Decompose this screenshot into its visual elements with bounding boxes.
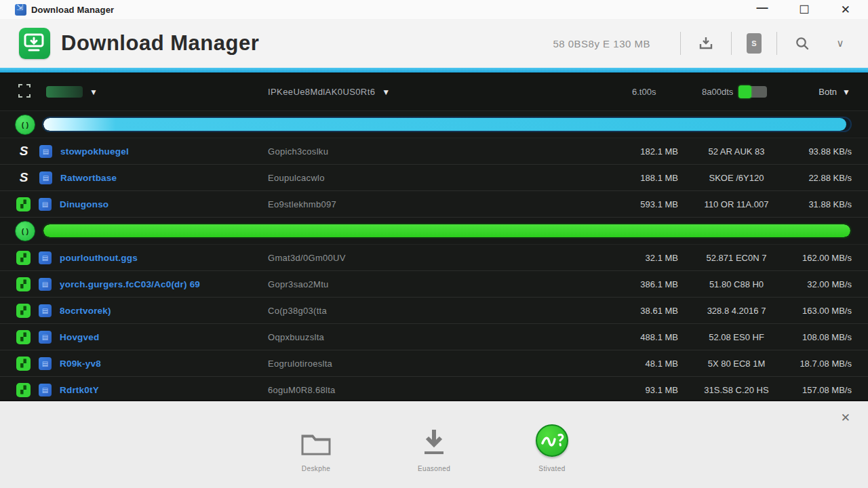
- folder-icon: [300, 419, 332, 457]
- filter-bar: ▼ IPKeeUe8MdlAK0US0Rt6 ▼ 6.t00s 8a00dts …: [0, 73, 868, 111]
- download-row[interactable]: ▞ ▤ yorch.gurgers.fcC03/Ac0(dr) 69 Gopr3…: [0, 271, 868, 298]
- sites-label: 6.t00s: [632, 87, 656, 97]
- select-all-icon[interactable]: [18, 83, 31, 101]
- download-tray-icon[interactable]: [696, 33, 716, 54]
- order-dropdown[interactable]: Botn ▼: [818, 87, 850, 97]
- filetype-icon: S: [16, 144, 31, 159]
- footer-item-folder[interactable]: Deskphe: [282, 419, 350, 472]
- order-label: Botn: [818, 87, 837, 97]
- file-size: 48.1 MB: [590, 359, 678, 369]
- chevron-down-icon[interactable]: ∨: [830, 33, 850, 54]
- file-status: Co(p38g03(tta: [268, 306, 327, 316]
- progress-bar-blue: [42, 117, 852, 132]
- download-row[interactable]: ▞ ▤ R09k-yv8 Eogrulotiroeslta 48.1 MB 5X…: [0, 350, 868, 377]
- footer-tray: ✕ Deskphe Euasoned: [0, 400, 868, 488]
- download-list-bottom: ▞ ▤ pourlouthout.ggs Gmat3d/0Gm00UV 32.1…: [0, 245, 868, 403]
- file-name-link[interactable]: Dinugonso: [60, 199, 108, 209]
- file-status: Gmat3d/0Gm00UV: [268, 253, 346, 263]
- download-row[interactable]: ▞ ▤ Hovgved Oqpxbuuzslta 488.1 MB 52.08 …: [0, 324, 868, 350]
- header-stats: 58 0BS8y E 130 MB: [553, 38, 650, 49]
- file-name-link[interactable]: Rdrtk0tY: [60, 385, 99, 395]
- filetype-icon: S: [16, 170, 31, 185]
- progress-fill: [43, 118, 846, 131]
- file-size: 188.1 MB: [590, 173, 678, 183]
- download-row[interactable]: ▞ ▤ 8ocrtvorek) Co(p38g03(tta 38.61 MB 3…: [0, 298, 868, 324]
- footer-item-label: Deskphe: [302, 465, 330, 472]
- progress-row-blue: ( ): [0, 111, 868, 138]
- file-status: Oqpxbuuzslta: [268, 332, 324, 342]
- file-speed: 163.00 MB/s: [770, 306, 852, 316]
- file-size: 38.61 MB: [590, 306, 678, 316]
- download-list-top: S ▤ stowpokhuegel Gopich3coslku 182.1 MB…: [0, 138, 868, 218]
- file-icon: ▤: [39, 145, 52, 158]
- progress-status-icon[interactable]: ( ): [15, 115, 35, 135]
- download-manager-window: Download Manager — ☐ ✕ Download Manager …: [0, 0, 868, 488]
- filetype-icon: ▞: [16, 304, 31, 318]
- file-icon: ▤: [39, 384, 52, 396]
- progress-status-icon[interactable]: ( ): [15, 221, 35, 241]
- sort-mode-label: IPKeeUe8MdlAK0US0Rt6: [268, 87, 375, 97]
- title-bar: Download Manager — ☐ ✕: [0, 0, 868, 19]
- downloads-panel: ▼ IPKeeUe8MdlAK0US0Rt6 ▼ 6.t00s 8a00dts …: [0, 73, 868, 400]
- footer-item-badge[interactable]: Stivated: [518, 419, 586, 472]
- chevron-down-icon[interactable]: ▼: [90, 87, 98, 97]
- filetype-icon: ▞: [16, 330, 31, 344]
- download-row[interactable]: S ▤ stowpokhuegel Gopich3coslku 182.1 MB…: [0, 138, 868, 165]
- file-size: 386.1 MB: [590, 279, 678, 289]
- category-filter-pill[interactable]: [46, 86, 83, 98]
- file-status: 6oguM0R8.68lta: [268, 385, 336, 395]
- page-title: Download Manager: [61, 31, 259, 56]
- file-speed: 18.7.08 MB/s: [770, 359, 852, 369]
- file-size: 488.1 MB: [590, 332, 678, 342]
- file-name-link[interactable]: stowpokhuegel: [60, 146, 129, 157]
- file-status: Gopr3sao2Mtu: [268, 279, 329, 289]
- divider: [731, 32, 732, 55]
- toggle-knob: [738, 85, 751, 98]
- file-name-link[interactable]: 8ocrtvorek): [60, 306, 111, 316]
- download-row[interactable]: ▞ ▤ pourlouthout.ggs Gmat3d/0Gm00UV 32.1…: [0, 245, 868, 271]
- file-icon: ▤: [39, 331, 52, 344]
- footer-item-label: Euasoned: [418, 465, 450, 472]
- sort-mode-dropdown[interactable]: IPKeeUe8MdlAK0US0Rt6 ▼: [268, 87, 390, 97]
- file-speed: 22.88 KB/s: [770, 173, 852, 183]
- file-icon: ▤: [39, 198, 52, 211]
- filetype-icon: ▞: [16, 383, 31, 397]
- file-name-link[interactable]: pourlouthout.ggs: [60, 253, 138, 263]
- file-status: Eo9stlekhmb097: [268, 199, 336, 209]
- search-icon[interactable]: [792, 33, 812, 54]
- badge-icon[interactable]: S: [747, 33, 762, 54]
- file-icon: ▤: [39, 357, 52, 370]
- file-speed: 162.00 MB/s: [770, 253, 852, 263]
- footer-item-download[interactable]: Euasoned: [400, 419, 468, 472]
- sounds-toggle[interactable]: [738, 86, 767, 98]
- file-speed: 157.08 MB/s: [770, 385, 852, 395]
- file-status: Gopich3coslku: [268, 146, 328, 157]
- download-row[interactable]: S ▤ Ratwortbase Eoupulcacwlo 188.1 MB SK…: [0, 165, 868, 191]
- minimize-button[interactable]: —: [757, 2, 768, 14]
- filetype-icon: ▞: [16, 357, 31, 371]
- file-size: 32.1 MB: [590, 253, 678, 263]
- progress-fill: [43, 224, 850, 237]
- app-icon: [15, 4, 26, 16]
- file-name-link[interactable]: Hovgved: [60, 332, 99, 342]
- file-icon: ▤: [39, 251, 52, 264]
- filetype-icon: ▞: [16, 277, 31, 291]
- file-size: 93.1 MB: [590, 385, 678, 395]
- file-icon: ▤: [39, 171, 52, 184]
- filetype-icon: ▞: [16, 251, 31, 265]
- download-row[interactable]: ▞ ▤ Dinugonso Eo9stlekhmb097 593.1 MB 11…: [0, 191, 868, 218]
- file-speed: 32.00 MB/s: [770, 279, 852, 289]
- file-name-link[interactable]: R09k-yv8: [60, 359, 101, 369]
- accent-bar: [0, 68, 868, 73]
- window-title: Download Manager: [31, 5, 114, 15]
- green-badge-icon: [536, 424, 568, 457]
- file-speed: 93.88 KB/s: [770, 146, 852, 157]
- maximize-button[interactable]: ☐: [800, 4, 810, 16]
- file-name-link[interactable]: yorch.gurgers.fcC03/Ac0(dr) 69: [60, 279, 200, 289]
- file-speed: 31.88 KB/s: [770, 199, 852, 209]
- sounds-label: 8a00dts: [702, 87, 733, 97]
- close-button[interactable]: ✕: [841, 4, 850, 16]
- file-name-link[interactable]: Ratwortbase: [60, 173, 117, 183]
- divider: [680, 32, 681, 55]
- app-logo-icon: [19, 28, 50, 59]
